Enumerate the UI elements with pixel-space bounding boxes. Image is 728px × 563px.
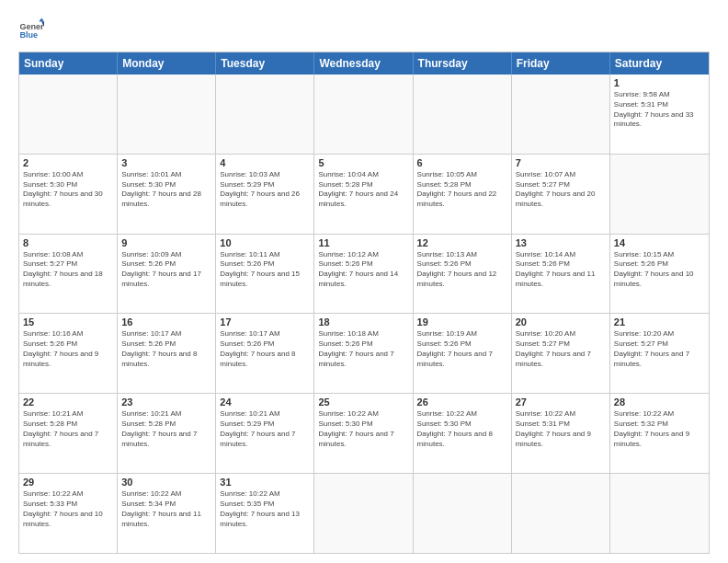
day-number: 23 — [121, 396, 211, 408]
cal-day-9: 9Sunrise: 10:09 AMSunset: 5:26 PMDayligh… — [118, 235, 216, 314]
day-info: Sunrise: 10:18 AMSunset: 5:26 PMDaylight… — [318, 329, 408, 369]
cal-day-11: 11Sunrise: 10:12 AMSunset: 5:26 PMDaylig… — [314, 235, 413, 314]
cal-day-10: 10Sunrise: 10:11 AMSunset: 5:26 PMDaylig… — [216, 235, 314, 314]
cal-day-empty — [118, 75, 216, 154]
cal-header-monday: Monday — [118, 52, 216, 75]
cal-day-18: 18Sunrise: 10:18 AMSunset: 5:26 PMDaylig… — [314, 314, 413, 393]
cal-day-20: 20Sunrise: 10:20 AMSunset: 5:27 PMDaylig… — [512, 314, 610, 393]
svg-marker-2 — [39, 17, 44, 21]
day-number: 30 — [121, 477, 211, 488]
day-number: 2 — [23, 157, 113, 168]
cal-week-3: 8Sunrise: 10:08 AMSunset: 5:27 PMDayligh… — [19, 235, 709, 315]
day-number: 16 — [121, 316, 211, 327]
cal-day-21: 21Sunrise: 10:20 AMSunset: 5:27 PMDaylig… — [610, 314, 709, 393]
day-info: Sunrise: 10:20 AMSunset: 5:27 PMDaylight… — [516, 329, 606, 369]
day-number: 22 — [23, 396, 113, 408]
day-number: 24 — [220, 396, 310, 408]
logo-icon: General Blue — [18, 17, 44, 42]
day-number: 15 — [23, 316, 113, 327]
day-info: Sunrise: 10:22 AMSunset: 5:30 PMDaylight… — [318, 409, 408, 449]
day-number: 20 — [516, 316, 606, 327]
header: General Blue — [18, 17, 710, 42]
day-info: Sunrise: 10:09 AMSunset: 5:26 PMDaylight… — [121, 250, 211, 290]
cal-day-empty — [314, 474, 413, 553]
cal-day-19: 19Sunrise: 10:19 AMSunset: 5:26 PMDaylig… — [414, 314, 512, 393]
day-number: 9 — [121, 237, 211, 248]
day-number: 29 — [23, 477, 113, 488]
day-info: Sunrise: 10:08 AMSunset: 5:27 PMDaylight… — [23, 250, 113, 290]
day-info: Sunrise: 10:03 AMSunset: 5:29 PMDaylight… — [220, 170, 310, 210]
cal-header-sunday: Sunday — [19, 52, 118, 75]
cal-day-empty — [512, 474, 610, 553]
day-info: Sunrise: 10:04 AMSunset: 5:28 PMDaylight… — [318, 170, 408, 210]
day-number: 21 — [614, 316, 705, 327]
day-info: Sunrise: 10:17 AMSunset: 5:26 PMDaylight… — [220, 329, 310, 369]
cal-day-empty — [414, 474, 512, 553]
day-info: Sunrise: 10:14 AMSunset: 5:26 PMDaylight… — [516, 250, 606, 290]
day-info: Sunrise: 10:00 AMSunset: 5:30 PMDaylight… — [23, 170, 113, 210]
cal-day-22: 22Sunrise: 10:21 AMSunset: 5:28 PMDaylig… — [19, 394, 118, 473]
calendar-header-row: SundayMondayTuesdayWednesdayThursdayFrid… — [19, 52, 709, 75]
day-info: Sunrise: 10:17 AMSunset: 5:26 PMDaylight… — [121, 329, 211, 369]
cal-day-5: 5Sunrise: 10:04 AMSunset: 5:28 PMDayligh… — [314, 155, 413, 234]
cal-day-26: 26Sunrise: 10:22 AMSunset: 5:30 PMDaylig… — [414, 394, 512, 473]
day-info: Sunrise: 10:22 AMSunset: 5:31 PMDaylight… — [516, 409, 606, 449]
day-number: 1 — [614, 77, 705, 88]
day-number: 31 — [220, 477, 310, 488]
cal-day-8: 8Sunrise: 10:08 AMSunset: 5:27 PMDayligh… — [19, 235, 118, 314]
cal-day-empty — [216, 75, 314, 154]
cal-day-31: 31Sunrise: 10:22 AMSunset: 5:35 PMDaylig… — [216, 474, 314, 553]
day-info: Sunrise: 10:13 AMSunset: 5:26 PMDaylight… — [417, 250, 507, 290]
cal-day-6: 6Sunrise: 10:05 AMSunset: 5:28 PMDayligh… — [414, 155, 512, 234]
svg-text:Blue: Blue — [19, 30, 38, 40]
day-number: 12 — [417, 237, 507, 248]
cal-day-17: 17Sunrise: 10:17 AMSunset: 5:26 PMDaylig… — [216, 314, 314, 393]
cal-day-27: 27Sunrise: 10:22 AMSunset: 5:31 PMDaylig… — [512, 394, 610, 473]
day-info: Sunrise: 9:58 AMSunset: 5:31 PMDaylight:… — [614, 90, 705, 130]
day-number: 10 — [220, 237, 310, 248]
day-info: Sunrise: 10:22 AMSunset: 5:30 PMDaylight… — [417, 409, 507, 449]
cal-day-16: 16Sunrise: 10:17 AMSunset: 5:26 PMDaylig… — [118, 314, 216, 393]
cal-day-29: 29Sunrise: 10:22 AMSunset: 5:33 PMDaylig… — [19, 474, 118, 553]
day-info: Sunrise: 10:16 AMSunset: 5:26 PMDaylight… — [23, 329, 113, 369]
cal-day-23: 23Sunrise: 10:21 AMSunset: 5:28 PMDaylig… — [118, 394, 216, 473]
day-number: 4 — [220, 157, 310, 168]
day-info: Sunrise: 10:19 AMSunset: 5:26 PMDaylight… — [417, 329, 507, 369]
day-number: 13 — [516, 237, 606, 248]
cal-header-thursday: Thursday — [414, 52, 512, 75]
cal-day-empty — [610, 155, 709, 234]
cal-day-empty — [512, 75, 610, 154]
day-info: Sunrise: 10:07 AMSunset: 5:27 PMDaylight… — [516, 170, 606, 210]
cal-day-1: 1Sunrise: 9:58 AMSunset: 5:31 PMDaylight… — [610, 75, 709, 154]
cal-day-empty — [610, 474, 709, 553]
cal-week-5: 22Sunrise: 10:21 AMSunset: 5:28 PMDaylig… — [19, 394, 709, 474]
day-number: 5 — [318, 157, 408, 168]
day-number: 18 — [318, 316, 408, 327]
cal-week-6: 29Sunrise: 10:22 AMSunset: 5:33 PMDaylig… — [19, 474, 709, 553]
day-info: Sunrise: 10:15 AMSunset: 5:26 PMDaylight… — [614, 250, 705, 290]
day-number: 28 — [614, 396, 705, 408]
day-number: 27 — [516, 396, 606, 408]
day-info: Sunrise: 10:21 AMSunset: 5:28 PMDaylight… — [121, 409, 211, 449]
cal-day-30: 30Sunrise: 10:22 AMSunset: 5:34 PMDaylig… — [118, 474, 216, 553]
day-number: 19 — [417, 316, 507, 327]
cal-day-4: 4Sunrise: 10:03 AMSunset: 5:29 PMDayligh… — [216, 155, 314, 234]
day-number: 3 — [121, 157, 211, 168]
cal-day-7: 7Sunrise: 10:07 AMSunset: 5:27 PMDayligh… — [512, 155, 610, 234]
cal-header-saturday: Saturday — [610, 52, 709, 75]
cal-week-1: 1Sunrise: 9:58 AMSunset: 5:31 PMDaylight… — [19, 75, 709, 155]
day-number: 11 — [318, 237, 408, 248]
day-info: Sunrise: 10:22 AMSunset: 5:32 PMDaylight… — [614, 409, 705, 449]
calendar: SundayMondayTuesdayWednesdayThursdayFrid… — [18, 52, 710, 554]
day-info: Sunrise: 10:22 AMSunset: 5:35 PMDaylight… — [220, 489, 310, 529]
day-number: 17 — [220, 316, 310, 327]
page: General Blue SundayMondayTuesdayWednesda… — [0, 0, 728, 563]
cal-day-empty — [314, 75, 413, 154]
cal-day-14: 14Sunrise: 10:15 AMSunset: 5:26 PMDaylig… — [610, 235, 709, 314]
cal-day-empty — [414, 75, 512, 154]
cal-day-28: 28Sunrise: 10:22 AMSunset: 5:32 PMDaylig… — [610, 394, 709, 473]
cal-header-friday: Friday — [512, 52, 610, 75]
day-info: Sunrise: 10:21 AMSunset: 5:28 PMDaylight… — [23, 409, 113, 449]
day-info: Sunrise: 10:22 AMSunset: 5:33 PMDaylight… — [23, 489, 113, 529]
day-info: Sunrise: 10:20 AMSunset: 5:27 PMDaylight… — [614, 329, 705, 369]
